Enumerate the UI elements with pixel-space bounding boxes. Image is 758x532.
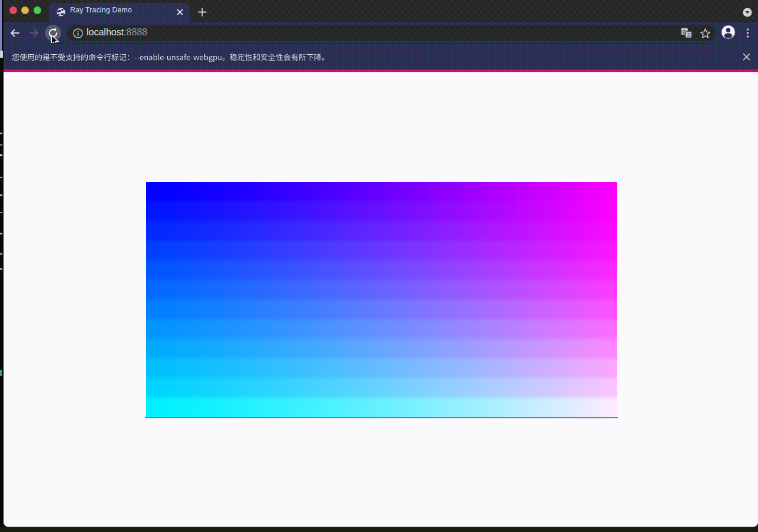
svg-text:文: 文 <box>687 32 691 38</box>
